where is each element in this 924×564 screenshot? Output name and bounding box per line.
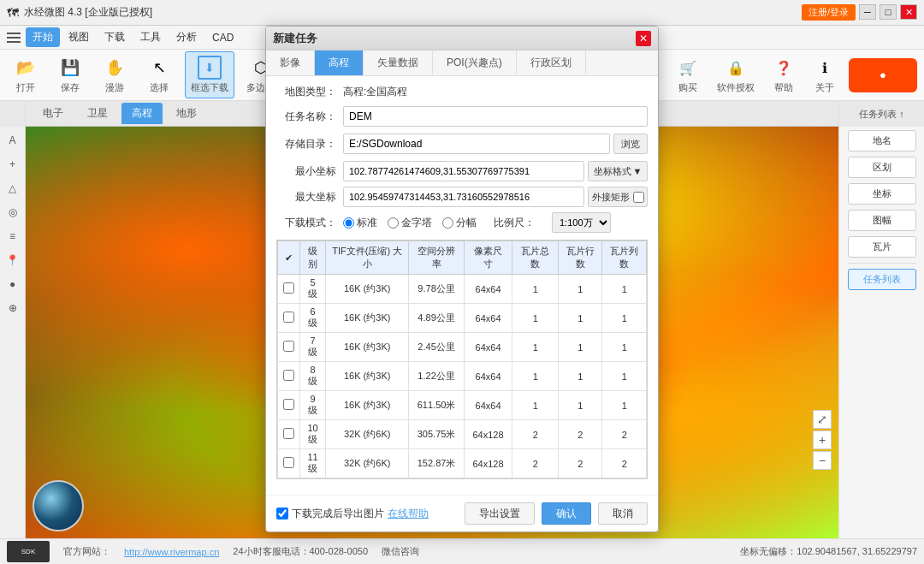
row-total: 2 bbox=[559, 449, 602, 478]
mode-pyramid[interactable]: 金字塔 bbox=[388, 216, 432, 230]
row-level: 11级 bbox=[300, 449, 326, 478]
save-dir-wrap: 浏览 bbox=[343, 134, 648, 154]
row-resolution: 64x64 bbox=[464, 362, 512, 391]
row-size: 16K (约3K) bbox=[326, 391, 409, 420]
coord-format-button[interactable]: 坐标格式 ▼ bbox=[588, 161, 648, 181]
row-check[interactable] bbox=[278, 362, 300, 391]
row-check[interactable] bbox=[278, 304, 300, 333]
row-total: 1 bbox=[559, 304, 602, 333]
row-storage: 611.50米 bbox=[409, 391, 464, 420]
map-type-row: 地图类型： 高程:全国高程 bbox=[276, 85, 648, 99]
min-coord-input[interactable] bbox=[343, 161, 584, 181]
new-task-dialog: 新建任务 ✕ 影像 高程 矢量数据 POI(兴趣点) 行政区划 地图类型： 高程… bbox=[265, 26, 659, 532]
row-check[interactable] bbox=[278, 420, 300, 449]
save-dir-input[interactable] bbox=[343, 134, 610, 154]
dialog-tab-vector[interactable]: 矢量数据 bbox=[364, 50, 433, 75]
map-type-value: 高程:全国高程 bbox=[343, 85, 407, 99]
outer-rect-checkbox[interactable] bbox=[633, 192, 644, 203]
row-check[interactable] bbox=[278, 275, 300, 304]
export-after-download-checkbox[interactable] bbox=[276, 508, 288, 519]
row-pixels: 1 bbox=[512, 362, 559, 391]
row-total: 1 bbox=[559, 391, 602, 420]
mode-split[interactable]: 分幅 bbox=[442, 216, 477, 230]
download-mode-label: 下载模式： bbox=[276, 216, 336, 230]
row-level: 8级 bbox=[300, 362, 326, 391]
row-check[interactable] bbox=[278, 391, 300, 420]
table-row[interactable]: 8级 16K (约3K) 1.22公里 64x64 1 1 1 bbox=[278, 362, 647, 391]
row-check[interactable] bbox=[278, 478, 300, 480]
max-coord-input[interactable] bbox=[343, 187, 584, 207]
row-pixels: 1 bbox=[512, 391, 559, 420]
confirm-button[interactable]: 确认 bbox=[542, 502, 591, 525]
export-settings-button[interactable]: 导出设置 bbox=[465, 502, 535, 525]
row-storage: 2.45公里 bbox=[409, 333, 464, 362]
row-size: 16K (约3K) bbox=[326, 333, 409, 362]
row-pixels: 4 bbox=[512, 478, 559, 480]
row-check[interactable] bbox=[278, 449, 300, 478]
dialog-tab-admin[interactable]: 行政区划 bbox=[517, 50, 586, 75]
row-rows: 1 bbox=[602, 391, 647, 420]
row-rows: 2 bbox=[602, 420, 647, 449]
cancel-button[interactable]: 取消 bbox=[598, 502, 648, 525]
row-rows: 2 bbox=[602, 449, 647, 478]
table-row[interactable]: 5级 16K (约3K) 9.78公里 64x64 1 1 1 bbox=[278, 275, 647, 304]
row-level: 5级 bbox=[300, 275, 326, 304]
task-name-input[interactable] bbox=[343, 106, 648, 127]
row-pixels: 1 bbox=[512, 333, 559, 362]
dialog-body: 地图类型： 高程:全国高程 任务名称： 存储目录： 浏览 最小坐标 bbox=[266, 76, 658, 495]
row-level: 7级 bbox=[300, 333, 326, 362]
row-total: 2 bbox=[559, 478, 602, 480]
dialog-overlay: 新建任务 ✕ 影像 高程 矢量数据 POI(兴趣点) 行政区划 地图类型： 高程… bbox=[0, 0, 924, 564]
col-check: ✔ bbox=[278, 241, 300, 275]
row-storage: 1.22公里 bbox=[409, 362, 464, 391]
max-coord-row: 最大坐标 外接矩形 bbox=[276, 187, 648, 207]
row-rows: 1 bbox=[602, 362, 647, 391]
table-row[interactable]: 9级 16K (约3K) 611.50米 64x64 1 1 1 bbox=[278, 391, 647, 420]
download-mode-group: 标准 金字塔 分幅 比例尺： 1:100万 bbox=[343, 212, 611, 233]
row-total: 2 bbox=[559, 420, 602, 449]
dialog-tab-poi[interactable]: POI(兴趣点) bbox=[433, 50, 517, 75]
coord-dropdown-icon: ▼ bbox=[633, 166, 643, 176]
level-table-wrap[interactable]: ✔ 级别 TIF文件(压缩) 大小 空间分辨率 像素尺寸 瓦片总数 瓦片行数 瓦… bbox=[276, 240, 648, 479]
row-level: 10级 bbox=[300, 420, 326, 449]
table-row[interactable]: 11级 32K (约6K) 152.87米 64x128 2 2 2 bbox=[278, 449, 647, 478]
row-storage: 76.44米 bbox=[409, 478, 464, 480]
row-rows: 1 bbox=[602, 333, 647, 362]
dialog-tabs: 影像 高程 矢量数据 POI(兴趣点) 行政区划 bbox=[266, 50, 658, 76]
row-resolution: 64x64 bbox=[464, 304, 512, 333]
table-row[interactable]: 6级 16K (约3K) 4.89公里 64x64 1 1 1 bbox=[278, 304, 647, 333]
col-level: 级别 bbox=[300, 241, 326, 275]
dialog-close-button[interactable]: ✕ bbox=[636, 31, 651, 46]
table-row[interactable]: 7级 16K (约3K) 2.45公里 64x64 1 1 1 bbox=[278, 333, 647, 362]
save-dir-label: 存储目录： bbox=[276, 137, 336, 151]
row-resolution: 64x128 bbox=[464, 420, 512, 449]
dialog-titlebar: 新建任务 ✕ bbox=[266, 27, 658, 50]
min-coord-label: 最小坐标 bbox=[276, 164, 336, 179]
online-help-link[interactable]: 在线帮助 bbox=[388, 507, 429, 521]
row-pixels: 2 bbox=[512, 420, 559, 449]
row-level: 6级 bbox=[300, 304, 326, 333]
row-rows: 1 bbox=[602, 304, 647, 333]
outer-rect-button[interactable]: 外接矩形 bbox=[588, 187, 648, 207]
row-resolution: 64x64 bbox=[464, 275, 512, 304]
col-rows: 瓦片行数 bbox=[559, 241, 602, 275]
row-resolution: 64x128 bbox=[464, 449, 512, 478]
table-row[interactable]: 10级 32K (约6K) 305.75米 64x128 2 2 2 bbox=[278, 420, 647, 449]
dialog-tab-image[interactable]: 影像 bbox=[266, 50, 315, 75]
row-pixels: 2 bbox=[512, 449, 559, 478]
download-mode-row: 下载模式： 标准 金字塔 分幅 比例尺： 1:100万 bbox=[276, 212, 648, 233]
row-size: 32K (约6K) bbox=[326, 420, 409, 449]
scale-select[interactable]: 1:100万 bbox=[552, 212, 611, 233]
dialog-tab-elevation[interactable]: 高程 bbox=[315, 50, 364, 75]
row-check[interactable] bbox=[278, 333, 300, 362]
mode-standard[interactable]: 标准 bbox=[343, 216, 377, 230]
row-pixels: 1 bbox=[512, 275, 559, 304]
col-pixels: 像素尺寸 bbox=[464, 241, 512, 275]
browse-button[interactable]: 浏览 bbox=[613, 134, 648, 154]
row-resolution: 64x64 bbox=[464, 333, 512, 362]
table-row[interactable]: 12级 64K (约13K) 76.44米 128x128 4 2 2 bbox=[278, 478, 647, 480]
outer-rect-label: 外接矩形 bbox=[592, 191, 630, 204]
scale-label: 比例尺： bbox=[494, 216, 535, 230]
dialog-footer: 下载完成后导出图片 在线帮助 导出设置 确认 取消 bbox=[266, 495, 658, 531]
row-rows: 2 bbox=[602, 478, 647, 480]
